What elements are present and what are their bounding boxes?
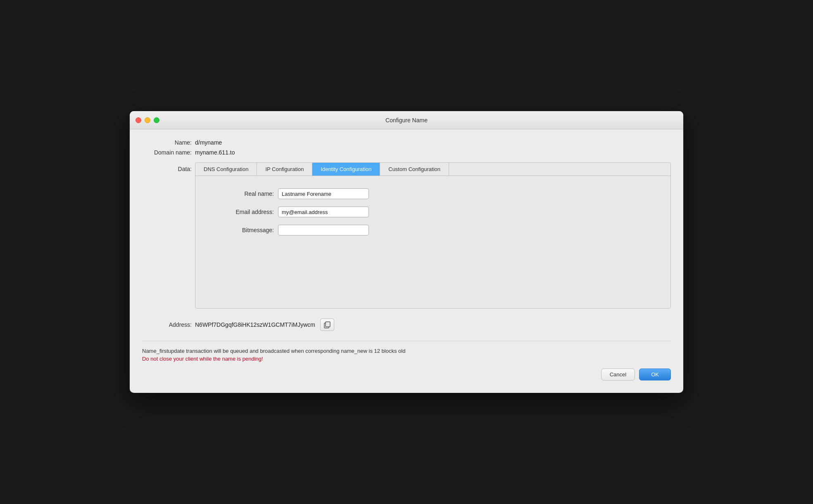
- copy-icon: [323, 321, 331, 328]
- bitmessage-row: Bitmessage:: [208, 225, 658, 235]
- domain-value: myname.611.to: [195, 149, 235, 156]
- email-row: Email address:: [208, 207, 658, 217]
- real-name-label: Real name:: [208, 190, 274, 197]
- window-controls: [136, 117, 159, 123]
- footer-message: Name_firstupdate transaction will be que…: [142, 348, 671, 354]
- identity-tab-content: Real name: Email address: Bitmessage:: [195, 176, 670, 308]
- footer-warning: Do not close your client while the name …: [142, 356, 671, 362]
- footer-buttons: Cancel OK: [142, 368, 671, 380]
- email-label: Email address:: [208, 209, 274, 215]
- ok-button[interactable]: OK: [639, 368, 671, 380]
- data-label: Data:: [142, 162, 192, 172]
- close-button[interactable]: [136, 117, 141, 123]
- main-window: Configure Name Name: d/myname Domain nam…: [130, 111, 683, 393]
- bitmessage-label: Bitmessage:: [208, 227, 274, 233]
- bitmessage-input[interactable]: [278, 225, 369, 235]
- tab-dns[interactable]: DNS Configuration: [195, 163, 257, 176]
- address-label: Address:: [142, 321, 192, 328]
- real-name-row: Real name:: [208, 188, 658, 199]
- name-row: Name: d/myname: [142, 139, 671, 146]
- copy-address-button[interactable]: [320, 319, 334, 331]
- tab-container: DNS Configuration IP Configuration Ident…: [195, 162, 671, 309]
- svg-rect-1: [326, 322, 330, 327]
- data-section: Data: DNS Configuration IP Configuration…: [142, 162, 671, 309]
- minimize-button[interactable]: [145, 117, 150, 123]
- maximize-button[interactable]: [154, 117, 159, 123]
- window-title: Configure Name: [385, 117, 428, 124]
- domain-row: Domain name: myname.611.to: [142, 149, 671, 156]
- cancel-button[interactable]: Cancel: [601, 368, 635, 380]
- name-label: Name:: [142, 139, 192, 146]
- address-section: Address: N6WPf7DGgqfG8iHK12szW1GCMT7iMJy…: [142, 319, 671, 331]
- domain-label: Domain name:: [142, 149, 192, 156]
- tab-custom[interactable]: Custom Configuration: [380, 163, 449, 176]
- titlebar: Configure Name: [130, 111, 683, 129]
- window-content: Name: d/myname Domain name: myname.611.t…: [130, 129, 683, 393]
- real-name-input[interactable]: [278, 188, 369, 199]
- tab-bar: DNS Configuration IP Configuration Ident…: [195, 163, 670, 176]
- address-value: N6WPf7DGgqfG8iHK12szW1GCMT7iMJywcm: [195, 321, 315, 328]
- footer-section: Name_firstupdate transaction will be que…: [142, 341, 671, 380]
- name-value: d/myname: [195, 139, 222, 146]
- email-input[interactable]: [278, 207, 369, 217]
- tab-identity[interactable]: Identity Configuration: [312, 163, 380, 176]
- tab-ip[interactable]: IP Configuration: [257, 163, 312, 176]
